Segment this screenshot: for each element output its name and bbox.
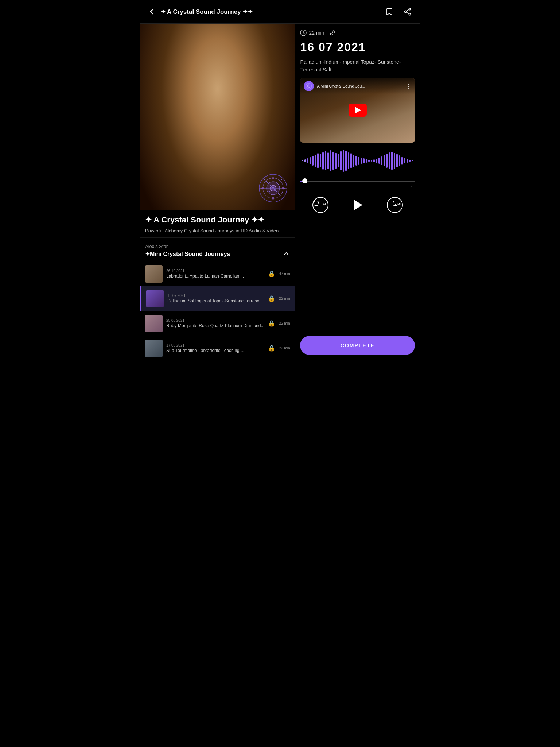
waveform: [300, 147, 415, 175]
svg-marker-16: [282, 187, 286, 189]
duration-meta: 22 min: [300, 30, 324, 36]
episode-date: 16 07 2021: [167, 294, 264, 298]
yt-title: A Mini Crystal Sound Jou...: [317, 84, 402, 88]
waveform-bar: [391, 152, 393, 170]
waveform-bar: [320, 154, 321, 167]
header-right: [384, 6, 413, 18]
lock-icon: 🔒: [268, 270, 275, 277]
waveform-bar: [315, 155, 316, 167]
waveform-bar: [407, 159, 408, 163]
waveform-bar: [338, 154, 339, 167]
waveform-bar: [412, 160, 413, 161]
skip-back-circle: 15: [312, 197, 328, 213]
svg-point-0: [409, 8, 411, 10]
waveform-bar: [381, 156, 382, 165]
waveform-bar: [399, 155, 400, 166]
waveform-bar: [361, 158, 362, 164]
collapse-icon[interactable]: [283, 250, 290, 259]
svg-point-2: [409, 13, 411, 15]
youtube-preview[interactable]: A Mini Crystal Sound Jou... ⋮: [300, 78, 415, 143]
waveform-bar: [345, 151, 347, 171]
waveform-bar: [378, 158, 380, 164]
svg-point-1: [405, 11, 407, 13]
yt-play-button[interactable]: [349, 104, 367, 117]
waveform-bar: [353, 155, 354, 167]
meta-row: 22 min: [300, 30, 415, 36]
waveform-bar: [327, 152, 329, 169]
waveform-bar: [325, 151, 326, 170]
content-info: ✦ A Crystal Sound Journey ✦✦ Powerful Al…: [140, 210, 295, 237]
episode-item[interactable]: 25 08 2021 Ruby-Morganite-Rose Quartz-Pl…: [140, 311, 295, 336]
share-button[interactable]: [402, 6, 413, 18]
yt-more-icon[interactable]: ⋮: [405, 83, 411, 90]
svg-marker-15: [260, 187, 264, 189]
waveform-bar: [376, 159, 377, 163]
hero-mandala: [258, 174, 288, 203]
waveform-bar: [350, 153, 352, 168]
episode-thumb: [145, 265, 163, 283]
waveform-bar: [317, 153, 319, 168]
audio-progress[interactable]: --:--: [300, 179, 415, 190]
waveform-bar: [389, 152, 390, 169]
skip-forward-circle: 15: [387, 197, 403, 213]
lock-icon: 🔒: [268, 320, 275, 327]
waveform-bar: [332, 152, 334, 170]
episode-item[interactable]: 26 10 2021 Labradorit...Apatite-Laiman-C…: [140, 262, 295, 286]
link-meta[interactable]: [329, 30, 336, 36]
episode-date-large: 16 07 2021: [300, 40, 415, 54]
episode-title: Ruby-Morganite-Rose Quartz-Platinum-Diam…: [166, 323, 264, 328]
skip-forward-button[interactable]: 15: [387, 197, 403, 213]
ingredients: Palladium-Indium-Imperial Topaz- Sunston…: [300, 58, 415, 74]
waveform-bar: [371, 160, 372, 162]
episode-date: 17 08 2021: [166, 343, 264, 347]
episode-info: 17 08 2021 Sub-Tourmaline-Labradorite-Te…: [166, 343, 264, 353]
svg-line-3: [407, 10, 409, 11]
waveform-bar: [358, 157, 359, 165]
header-title: ✦ A Crystal Sound Journey ✦✦: [160, 8, 253, 16]
waveform-bar: [312, 156, 314, 166]
play-button[interactable]: [353, 200, 362, 210]
waveform-bar: [304, 159, 306, 162]
waveform-bar: [394, 153, 395, 169]
svg-marker-14: [272, 197, 274, 201]
series-name[interactable]: ✦Mini Crystal Sound Journeys: [145, 250, 290, 259]
header: ✦ A Crystal Sound Journey ✦✦: [140, 0, 420, 24]
play-icon: [354, 200, 362, 210]
episode-duration: 22 min: [279, 346, 290, 350]
back-button[interactable]: [147, 7, 157, 17]
episode-date: 25 08 2021: [166, 318, 264, 322]
left-column: ✦ A Crystal Sound Journey ✦✦ Powerful Al…: [140, 24, 295, 361]
episode-thumb: [145, 340, 163, 357]
main-content: ✦ A Crystal Sound Journey ✦✦ Powerful Al…: [140, 24, 420, 361]
waveform-bar: [322, 152, 324, 170]
waveform-bar: [340, 151, 342, 170]
episode-thumb: [146, 290, 164, 307]
waveform-bar: [368, 160, 370, 162]
waveform-bar: [355, 156, 357, 166]
episode-item[interactable]: 16 07 2021 Palladium Sol Imperial Topaz-…: [140, 286, 295, 311]
episode-list: 26 10 2021 Labradorit...Apatite-Laiman-C…: [140, 262, 295, 361]
complete-button[interactable]: COMPLETE: [300, 336, 415, 355]
header-left: ✦ A Crystal Sound Journey ✦✦: [147, 7, 253, 17]
yt-overlay-top: A Mini Crystal Sound Jou... ⋮: [300, 78, 415, 94]
progress-thumb[interactable]: [302, 178, 307, 183]
duration-label: 22 min: [309, 30, 324, 36]
waveform-bar: [396, 154, 398, 167]
episode-date: 26 10 2021: [166, 269, 264, 273]
hero-image: [140, 24, 295, 210]
waveform-bar: [335, 153, 337, 169]
right-column: 22 min 16 07 2021 Palladium-Indium-Imper…: [295, 24, 420, 361]
content-subtitle: Powerful Alchemy Crystal Sound Journeys …: [145, 228, 290, 234]
episode-title: Palladium Sol Imperial Topaz-Sunstone Te…: [167, 298, 264, 303]
episode-duration: 22 min: [279, 297, 290, 301]
link-icon: [329, 30, 336, 36]
progress-track[interactable]: [300, 181, 415, 182]
waveform-bar: [384, 155, 385, 166]
episode-duration: 47 min: [279, 272, 290, 276]
skip-forward-label: 15: [397, 202, 401, 205]
skip-back-button[interactable]: 15: [312, 197, 328, 213]
episode-item[interactable]: 17 08 2021 Sub-Tourmaline-Labradorite-Te…: [140, 336, 295, 361]
bookmark-button[interactable]: [384, 6, 395, 18]
clock-icon: [300, 30, 307, 36]
lock-icon: 🔒: [268, 345, 275, 352]
